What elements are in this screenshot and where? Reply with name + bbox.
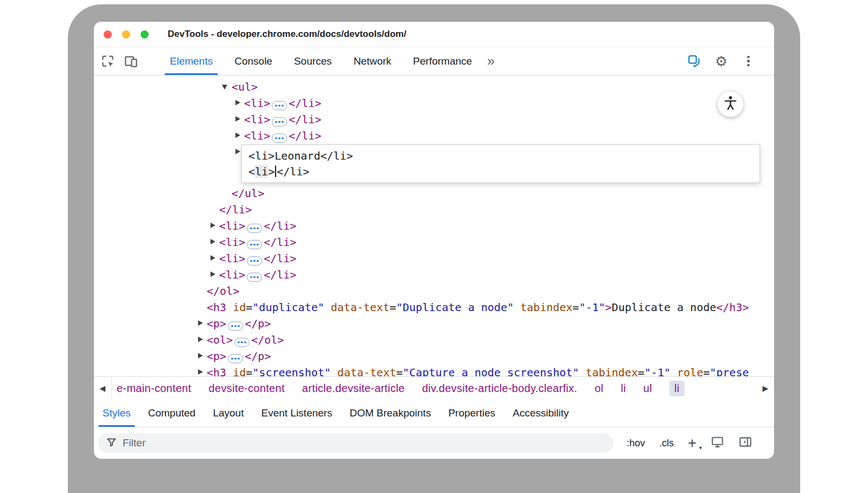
code-token: id [226,366,246,376]
expand-arrow-icon[interactable] [235,144,244,160]
more-menu-icon[interactable] [741,56,756,67]
element-classes-button[interactable]: .cls [659,438,674,449]
sidebar-tab-properties[interactable]: Properties [439,400,504,427]
tab-network[interactable]: Network [343,47,403,75]
breadcrumb-item[interactable]: article.devsite-article [302,382,405,395]
styles-filter-input[interactable]: Filter [98,433,614,453]
dom-tree-node[interactable]: </li> [94,201,774,218]
dom-tree-node[interactable]: <li>Leonard</li><li></li> [94,144,774,185]
code-token: data-text [324,301,390,314]
breadcrumb-scroll-right-icon[interactable]: ▶ [757,377,774,400]
ellipsis-button[interactable] [247,273,262,282]
breadcrumb-item[interactable]: devsite-content [209,382,285,395]
code-token: </li> [219,203,252,216]
dom-tree-node[interactable]: </ul> [94,185,774,201]
new-style-rule-button[interactable]: +▾ [688,436,697,451]
code-token: </li> [289,97,321,110]
expand-arrow-icon[interactable] [235,111,244,128]
dom-tree-node[interactable]: <li></li> [94,267,774,283]
toggle-rendering-icon[interactable] [711,435,724,451]
dom-tree-node[interactable]: </ol> [94,283,774,299]
collapse-arrow-icon[interactable] [222,79,232,95]
tab-sources[interactable]: Sources [283,47,343,75]
text-cursor [275,166,276,177]
dom-tree-node[interactable]: <p></p> [94,315,774,332]
sidebar-tab-event-listeners[interactable]: Event Listeners [252,400,341,427]
inspect-element-icon[interactable] [100,54,115,68]
dom-tree-node[interactable]: <li></li> [94,128,774,144]
sidebar-tab-accessibility[interactable]: Accessibility [504,400,577,427]
expand-arrow-icon[interactable] [210,218,219,234]
breadcrumb-item[interactable]: li [621,382,626,395]
more-panels-icon[interactable]: » [487,54,495,68]
code-token: Duplicate a node [612,301,717,314]
minimize-window-button[interactable] [122,30,130,39]
node-edit-box[interactable]: <li>Leonard</li><li></li> [241,144,760,183]
expand-arrow-icon[interactable] [197,364,207,376]
code-token: </li> [264,252,296,265]
expand-arrow-icon[interactable] [197,348,207,364]
rotate-device-icon[interactable] [687,54,701,68]
window-title: DevTools - developer.chrome.com/docs/dev… [168,29,406,40]
dom-tree-node[interactable]: <h3 id="screenshot" data-text="Capture a… [94,364,774,376]
expand-arrow-icon[interactable] [210,250,219,267]
dom-tree-node[interactable]: <li></li> [94,234,774,250]
sidebar-tab-styles[interactable]: Styles [94,400,139,427]
expand-arrow-icon[interactable] [210,234,219,250]
breadcrumb-bar: ◀ e-main-contentdevsite-contentarticle.d… [94,376,774,400]
ellipsis-button[interactable] [228,321,243,331]
breadcrumb-scroll-left-icon[interactable]: ◀ [94,377,112,400]
code-token: tabindex [514,301,572,314]
device-toolbar-icon[interactable] [124,54,138,68]
code-token: <li> [244,129,270,142]
breadcrumb-item[interactable]: e-main-content [117,382,192,395]
filter-bar-controls: :hov .cls +▾ [627,435,752,452]
expand-arrow-icon[interactable] [235,128,244,144]
ellipsis-button[interactable] [247,256,262,266]
breadcrumb-item[interactable]: li [669,381,685,396]
dom-tree-node[interactable]: <li></li> [94,111,774,128]
code-token: </ol> [251,333,284,346]
dom-tree-node[interactable]: <p></p> [94,348,774,364]
dom-tree-node[interactable]: <li></li> [94,95,774,111]
ellipsis-button[interactable] [272,134,287,143]
expand-arrow-icon[interactable] [197,315,207,332]
dom-tree-node[interactable]: <li></li> [94,250,774,267]
ellipsis-button[interactable] [247,240,262,249]
ellipsis-button[interactable] [272,101,287,110]
zoom-window-button[interactable] [141,30,149,39]
expand-arrow-icon[interactable] [210,267,219,283]
breadcrumb-item[interactable]: div.devsite-article-body.clearfix. [422,382,577,395]
dom-tree-node[interactable]: <li></li> [94,218,774,234]
ellipsis-button[interactable] [247,224,262,233]
expand-arrow-icon[interactable] [235,95,244,111]
code-token: <li> [244,113,270,126]
tab-console[interactable]: Console [224,47,283,75]
ellipsis-button[interactable] [234,338,250,347]
expand-arrow-icon[interactable] [197,332,207,348]
toggle-element-state-button[interactable]: :hov [627,438,645,449]
tab-elements[interactable]: Elements [159,47,224,75]
dom-tree-node[interactable]: <ul> [94,79,774,95]
accessibility-floating-button[interactable] [717,91,744,117]
tab-performance[interactable]: Performance [402,47,483,75]
code-token: <h3 [207,301,226,314]
dom-tree-node[interactable]: <h3 id="duplicate" data-text="Duplicate … [94,299,774,315]
ellipsis-button[interactable] [228,354,243,363]
code-token: <li> [219,236,245,249]
sidebar-toggle-icon[interactable] [738,435,752,452]
sidebar-tab-dom-breakpoints[interactable]: DOM Breakpoints [341,400,439,427]
ellipsis-button[interactable] [272,117,287,127]
code-token: "-1" [579,301,605,314]
dom-tree-node[interactable]: <ol></ol> [94,332,774,348]
sidebar-tabs: StylesComputedLayoutEvent ListenersDOM B… [94,400,774,427]
accessibility-person-icon [722,94,739,114]
code-token: </p> [245,350,271,363]
code-token: "-1" [644,366,671,376]
sidebar-tab-layout[interactable]: Layout [204,400,252,427]
breadcrumb-item[interactable]: ul [643,382,652,395]
settings-gear-icon[interactable]: ⚙ [715,54,727,68]
breadcrumb-item[interactable]: ol [595,382,603,395]
sidebar-tab-computed[interactable]: Computed [139,400,205,427]
close-window-button[interactable] [104,30,112,39]
